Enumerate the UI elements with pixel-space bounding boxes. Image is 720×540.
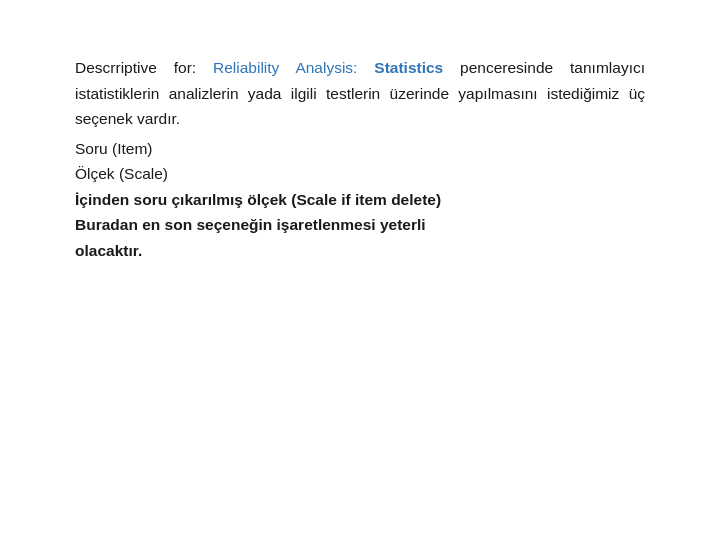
text-descrriptive: Descrriptive for:	[75, 59, 213, 76]
text-buradan: Buradan en son seçeneğin işaretlenmesi y…	[75, 216, 426, 233]
list-item-soru: Soru (Item)	[75, 136, 645, 162]
text-statistics: Statistics	[374, 59, 443, 76]
list-item-olcek: Ölçek (Scale)	[75, 161, 645, 187]
text-analysis: Analysis:	[279, 59, 374, 76]
paragraph-last: Buradan en son seçeneğin işaretlenmesi y…	[75, 212, 645, 263]
list-item-scale-if-delete: İçinden soru çıkarılmış ölçek (Scale if …	[75, 187, 645, 213]
content-area: Descrriptive for: Reliability Analysis: …	[0, 0, 720, 304]
paragraph-1: Descrriptive for: Reliability Analysis: …	[75, 55, 645, 132]
text-olacaktir: olacaktır.	[75, 242, 142, 259]
text-reliability: Reliability	[213, 59, 279, 76]
